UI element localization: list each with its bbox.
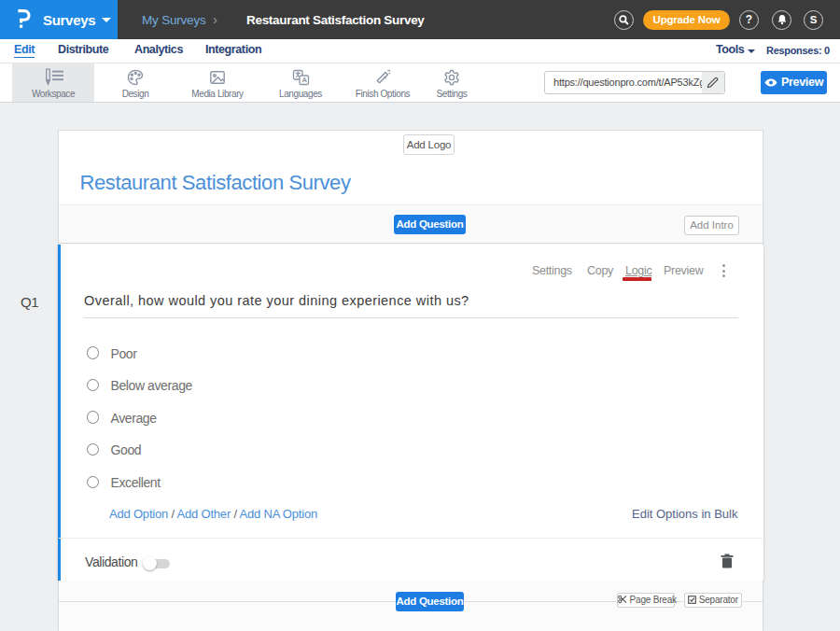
svg-text:A: A: [302, 76, 308, 84]
